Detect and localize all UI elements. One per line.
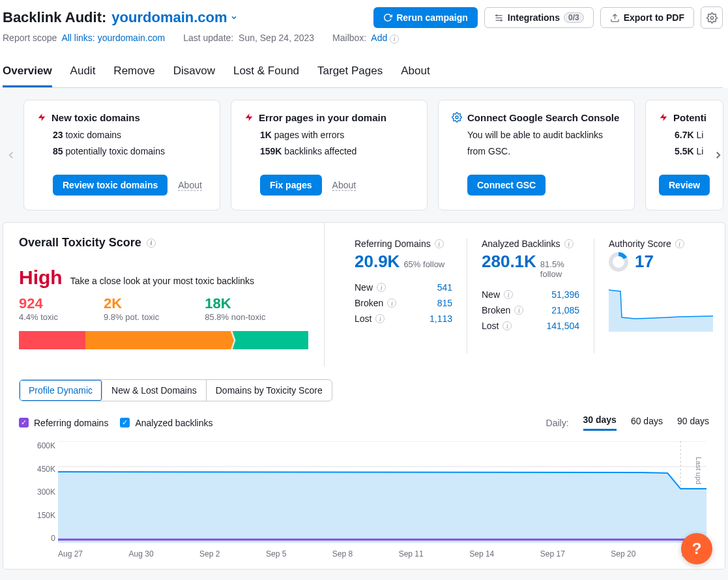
card-potential: Potenti 6.7K Li 5.5K Li Review	[645, 100, 723, 211]
help-button[interactable]: ?	[681, 533, 712, 564]
tab-remove[interactable]: Remove	[113, 58, 154, 87]
settings-button[interactable]	[701, 7, 723, 29]
info-icon[interactable]: i	[375, 314, 385, 323]
last-update-marker: Last upd	[695, 457, 703, 484]
bl-lost-link[interactable]: 141,504	[546, 321, 579, 331]
non-toxic-count: 18K85.8% non-toxic	[205, 295, 265, 322]
bl-new-link[interactable]: 51,396	[551, 289, 579, 300]
chart-tab-toxicity[interactable]: Domains by Toxicity Score	[207, 380, 332, 401]
carousel-prev[interactable]	[5, 149, 17, 161]
lightning-icon	[244, 112, 254, 123]
review-button[interactable]: Review	[659, 175, 710, 196]
svg-point-7	[456, 116, 458, 119]
info-icon[interactable]: i	[564, 239, 574, 248]
bl-broken-link[interactable]: 21,085	[551, 305, 579, 315]
title-prefix: Backlink Audit:	[3, 9, 106, 26]
connect-gsc-button[interactable]: Connect GSC	[467, 175, 546, 196]
integrations-icon	[494, 13, 504, 23]
svg-marker-5	[38, 113, 46, 121]
legend-analyzed-backlinks[interactable]: ✓Analyzed backlinks	[120, 418, 212, 428]
fix-pages-button[interactable]: Fix pages	[260, 175, 322, 196]
carousel-next[interactable]	[712, 149, 724, 161]
domain-selector[interactable]: yourdomain.com	[111, 9, 237, 26]
page-title: Backlink Audit: yourdomain.com	[3, 9, 238, 26]
ref-new-link[interactable]: 541	[437, 282, 452, 293]
svg-point-4	[710, 16, 713, 19]
svg-marker-8	[660, 113, 667, 121]
gear-icon	[452, 112, 462, 123]
refresh-icon	[383, 13, 392, 22]
toxicity-bar	[19, 331, 308, 349]
tab-target-pages[interactable]: Target Pages	[317, 58, 383, 87]
export-icon	[610, 13, 620, 23]
info-icon[interactable]: i	[504, 290, 513, 299]
chevron-left-icon	[5, 149, 17, 161]
info-icon[interactable]: i	[147, 239, 156, 248]
chart-tab-profile[interactable]: Profile Dynamic	[20, 380, 102, 401]
info-icon[interactable]: i	[435, 239, 444, 248]
chevron-right-icon	[712, 149, 724, 161]
tab-audit[interactable]: Audit	[70, 58, 96, 87]
donut-icon	[609, 252, 628, 272]
info-icon[interactable]: i	[390, 35, 399, 44]
backlinks-block: Analyzed Backlinks i 280.1K81.5% follow …	[467, 239, 594, 353]
review-toxic-button[interactable]: Review toxic domains	[53, 175, 167, 196]
tab-lost-found[interactable]: Lost & Found	[233, 58, 299, 87]
legend-referring-domains[interactable]: ✓Referring domains	[19, 418, 108, 428]
integrations-button[interactable]: Integrations 0/3	[484, 7, 594, 28]
referring-domains-block: Referring Domains i 20.9K65% follow Newi…	[340, 239, 467, 353]
profile-dynamic-chart: 600K 450K 300K 150K 0	[19, 441, 709, 558]
export-pdf-button[interactable]: Export to PDF	[600, 7, 694, 28]
integrations-badge: 0/3	[564, 12, 584, 23]
main-tabs: Overview Audit Remove Disavow Lost & Fou…	[3, 58, 723, 88]
toxicity-subtitle: Take a close look at your most toxic bac…	[70, 276, 254, 286]
authority-value: 17	[635, 252, 654, 272]
info-icon[interactable]: i	[514, 306, 523, 315]
ref-lost-link[interactable]: 1,113	[430, 313, 452, 324]
report-scope-link[interactable]: All links: yourdomain.com	[61, 33, 165, 43]
about-link[interactable]: About	[332, 180, 357, 191]
report-scope: Report scope All links: yourdomain.com	[3, 33, 165, 43]
toxicity-level: High	[19, 267, 63, 289]
authority-sparkline	[609, 286, 713, 332]
toxic-count: 9244.4% toxic	[19, 295, 58, 322]
info-icon[interactable]: i	[387, 298, 396, 308]
card-gsc: Connect Google Search Console You will b…	[438, 100, 635, 211]
gear-icon	[706, 12, 718, 23]
tab-disavow[interactable]: Disavow	[173, 58, 215, 87]
toxicity-title: Overall Toxicity Score i	[19, 236, 308, 250]
lightning-icon	[659, 112, 668, 123]
mailbox: Mailbox: Add i	[332, 33, 399, 44]
mailbox-add-link[interactable]: Add	[371, 33, 387, 43]
chart-tabs: Profile Dynamic New & Lost Domains Domai…	[19, 379, 332, 401]
info-icon[interactable]: i	[675, 239, 684, 248]
svg-marker-6	[246, 113, 253, 121]
tab-about[interactable]: About	[401, 58, 430, 87]
info-icon[interactable]: i	[377, 283, 386, 292]
card-error-pages: Error pages in your domain 1K pages with…	[231, 100, 428, 211]
tab-overview[interactable]: Overview	[3, 58, 52, 87]
chevron-down-icon	[230, 14, 238, 22]
authority-block: Authority Score i 17	[594, 239, 713, 353]
range-90[interactable]: 90 days	[677, 416, 709, 430]
rerun-campaign-button[interactable]: Rerun campaign	[373, 7, 478, 28]
pot-toxic-count: 2K9.8% pot. toxic	[104, 295, 159, 322]
range-30[interactable]: 30 days	[583, 414, 617, 431]
about-link[interactable]: About	[178, 180, 202, 191]
chart-tab-new-lost[interactable]: New & Lost Domains	[102, 380, 207, 401]
range-60[interactable]: 60 days	[631, 416, 663, 430]
info-icon[interactable]: i	[502, 321, 512, 330]
card-toxic-domains: New toxic domains 23 toxic domains 85 po…	[23, 100, 220, 211]
lightning-icon	[37, 112, 46, 123]
ref-broken-link[interactable]: 815	[437, 298, 452, 308]
last-update: Last update: Sun, Sep 24, 2023	[183, 33, 314, 43]
